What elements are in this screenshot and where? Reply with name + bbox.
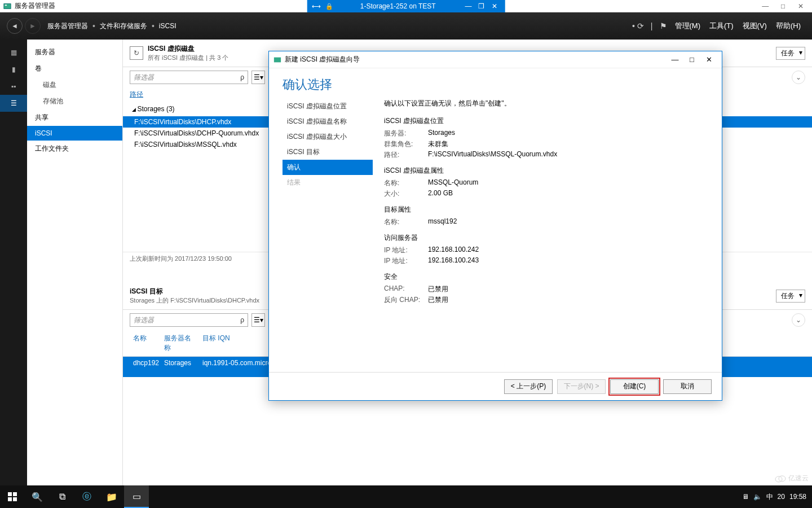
collapse-button[interactable]: ⌄	[792, 71, 805, 84]
group-security-title: 安全	[384, 272, 708, 282]
nav-workfolders[interactable]: 工作文件夹	[27, 141, 122, 157]
wizard-summary: 确认以下设置正确无误，然后单击"创建"。 iSCSI 虚拟磁盘位置 服务器:St…	[373, 99, 708, 372]
summary-name: MSSQL-Quorum	[428, 178, 708, 188]
flag-icon[interactable]: ⚑	[660, 21, 667, 30]
col-server[interactable]: 服务器名称	[161, 332, 199, 354]
svg-rect-5	[8, 492, 12, 496]
server-manager-header: ◄ ► 服务器管理器 • 文件和存储服务 • iSCSI • ⟳ | ⚑ 管理(…	[0, 12, 812, 40]
separator-icon: |	[651, 21, 653, 30]
target-tasks-dropdown[interactable]: 任务	[776, 290, 805, 303]
next-button: 下一步(N) >	[557, 379, 606, 394]
group-props-title: iSCSI 虚拟磁盘属性	[384, 166, 708, 176]
pin-icon[interactable]: ⟷	[312, 3, 321, 10]
summary-ip1: 192.168.100.242	[428, 246, 708, 255]
crumb-root[interactable]: 服务器管理器	[47, 21, 88, 31]
cancel-button[interactable]: 取消	[663, 379, 712, 394]
step-size[interactable]: iSCSI 虚拟磁盘大小	[283, 129, 373, 144]
step-result: 结果	[283, 175, 373, 190]
group-access-title: 访问服务器	[384, 233, 708, 243]
vdisk-filter-input[interactable]: 筛选器 ρ	[130, 71, 248, 84]
server-manager-taskbar-icon[interactable]: ▭	[124, 485, 149, 508]
menu-view[interactable]: 视图(V)	[743, 21, 767, 31]
menu-tools[interactable]: 工具(T)	[709, 21, 734, 31]
menu-manage[interactable]: 管理(M)	[675, 21, 701, 31]
wizard-titlebar: 新建 iSCSI 虚拟磁盘向导 — □ ✕	[269, 51, 722, 68]
nav-disks[interactable]: 磁盘	[27, 77, 122, 93]
nav-forward-button[interactable]: ►	[25, 18, 41, 34]
new-iscsi-wizard: 新建 iSCSI 虚拟磁盘向导 — □ ✕ 确认选择 iSCSI 虚拟磁盘位置 …	[268, 51, 722, 401]
step-location[interactable]: iSCSI 虚拟磁盘位置	[283, 99, 373, 114]
step-name[interactable]: iSCSI 虚拟磁盘名称	[283, 114, 373, 129]
rail-all-icon[interactable]: ▪▪	[0, 78, 27, 95]
wizard-maximize-button[interactable]: □	[683, 55, 700, 64]
crumb-iscsi[interactable]: iSCSI	[159, 22, 176, 30]
breadcrumb: 服务器管理器 • 文件和存储服务 • iSCSI	[47, 21, 176, 31]
minimize-button[interactable]: —	[757, 2, 773, 10]
tray-date[interactable]: 20	[778, 493, 785, 501]
vm-minimize-button[interactable]: —	[463, 2, 474, 10]
crumb-service[interactable]: 文件和存储服务	[100, 21, 147, 31]
watermark: 亿速云	[775, 474, 809, 483]
wizard-minimize-button[interactable]: —	[667, 55, 683, 64]
col-name[interactable]: 名称	[130, 332, 161, 354]
tray-time[interactable]: 19:58	[789, 493, 806, 501]
rail-servers-icon[interactable]: ▮	[0, 61, 27, 78]
target-filter-input[interactable]: 筛选器 ρ	[130, 313, 248, 327]
step-confirm[interactable]: 确认	[283, 160, 373, 175]
explorer-icon[interactable]: 📁	[99, 485, 124, 508]
wizard-title: 新建 iSCSI 虚拟磁盘向导	[285, 55, 360, 64]
wizard-footer: < 上一步(P) 下一步(N) > 创建(C) 取消	[269, 372, 722, 400]
svg-rect-7	[8, 497, 12, 501]
tray-ime[interactable]: 中	[766, 492, 773, 502]
summary-server: Storages	[428, 129, 708, 138]
summary-rchap: 已禁用	[428, 295, 708, 305]
target-title: iSCSI 目标	[130, 287, 259, 296]
rail-storage-icon[interactable]: ☰	[0, 95, 27, 112]
create-button[interactable]: 创建(C)	[610, 379, 659, 394]
prev-button[interactable]: < 上一步(P)	[504, 379, 553, 394]
ie-icon[interactable]: ⓔ	[74, 485, 99, 508]
nav-pools[interactable]: 存储池	[27, 93, 122, 110]
summary-size: 2.00 GB	[428, 189, 708, 199]
taskbar: 🔍 ⧉ ⓔ 📁 ▭ 🖥 🔈 中 20 19:58	[0, 485, 812, 508]
nav-shares[interactable]: 共享	[27, 110, 122, 126]
nav-iscsi[interactable]: iSCSI	[27, 126, 122, 141]
nav-back-button[interactable]: ◄	[7, 18, 23, 34]
server-manager-icon	[3, 2, 11, 10]
refresh-icon[interactable]: ↻	[130, 46, 143, 60]
svg-rect-1	[5, 5, 7, 6]
nav-volumes[interactable]: 卷	[27, 60, 122, 77]
vm-title: 1-Storage1-252 on TEST	[338, 2, 458, 10]
maximize-button[interactable]: □	[775, 2, 791, 10]
rail-dashboard-icon[interactable]: ▦	[0, 44, 27, 61]
start-button[interactable]	[0, 485, 25, 508]
vdisk-title: ISCSI 虚拟磁盘	[148, 44, 228, 54]
vm-close-button[interactable]: ✕	[489, 2, 500, 10]
vm-restore-button[interactable]: ❐	[476, 2, 487, 10]
svg-rect-6	[13, 492, 17, 496]
tray-sound-icon[interactable]: 🔈	[753, 493, 762, 501]
vdisk-tasks-dropdown[interactable]: 任务	[776, 47, 805, 60]
search-icon: ρ	[240, 73, 244, 81]
outer-window-controls: — □ ✕	[757, 2, 809, 10]
group-location-title: iSCSI 虚拟磁盘位置	[384, 116, 708, 126]
refresh-dropdown-icon[interactable]: • ⟳	[632, 21, 644, 30]
step-target[interactable]: iSCSI 目标	[283, 144, 373, 160]
vdisk-subtitle: 所有 iSCSI 虚拟磁盘 | 共 3 个	[148, 54, 228, 62]
search-button[interactable]: 🔍	[25, 485, 50, 508]
summary-target-name: mssql192	[428, 217, 708, 227]
collapse-button[interactable]: ⌄	[792, 313, 805, 327]
wizard-close-button[interactable]: ✕	[700, 55, 717, 64]
tray-network-icon[interactable]: 🖥	[742, 493, 749, 501]
taskview-button[interactable]: ⧉	[50, 485, 74, 508]
filter-options-button[interactable]: ☰▾	[251, 313, 265, 327]
group-target-title: 目标属性	[384, 205, 708, 214]
filter-options-button[interactable]: ☰▾	[251, 71, 265, 84]
close-button[interactable]: ✕	[793, 2, 809, 10]
lock-icon[interactable]: 🔒	[325, 3, 333, 10]
wizard-icon	[273, 56, 281, 64]
summary-path: F:\iSCSIVirtualDisks\MSSQL-Quorum.vhdx	[428, 150, 708, 160]
filter-placeholder: 筛选器	[134, 73, 154, 82]
nav-servers[interactable]: 服务器	[27, 44, 122, 60]
menu-help[interactable]: 帮助(H)	[776, 21, 801, 31]
